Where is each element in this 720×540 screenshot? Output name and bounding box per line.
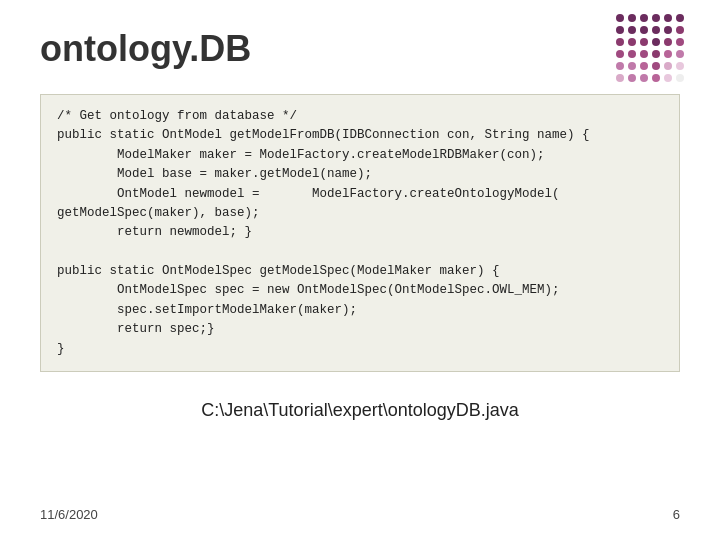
svg-point-11 [652, 38, 660, 46]
svg-point-5 [628, 26, 636, 34]
svg-point-27 [676, 26, 684, 34]
svg-point-4 [616, 26, 624, 34]
svg-point-9 [628, 38, 636, 46]
svg-point-30 [664, 50, 672, 58]
decorative-dots [610, 10, 700, 90]
file-path: C:\Jena\Tutorial\expert\ontologyDB.java [0, 400, 720, 421]
svg-point-12 [616, 50, 624, 58]
svg-point-32 [664, 62, 672, 70]
svg-point-7 [652, 26, 660, 34]
svg-point-3 [652, 14, 660, 22]
footer-date: 11/6/2020 [40, 507, 98, 522]
svg-point-25 [676, 14, 684, 22]
svg-point-28 [664, 38, 672, 46]
svg-point-15 [652, 50, 660, 58]
svg-point-19 [652, 62, 660, 70]
svg-point-16 [616, 62, 624, 70]
svg-point-31 [676, 50, 684, 58]
code-block: /* Get ontology from database */ public … [40, 94, 680, 372]
svg-point-14 [640, 50, 648, 58]
svg-point-6 [640, 26, 648, 34]
slide: ontology.DB /* Get ontology from databas… [0, 0, 720, 540]
svg-point-21 [628, 74, 636, 82]
svg-point-29 [676, 38, 684, 46]
svg-point-22 [640, 74, 648, 82]
svg-point-35 [676, 74, 684, 82]
svg-point-18 [640, 62, 648, 70]
svg-point-2 [640, 14, 648, 22]
svg-point-17 [628, 62, 636, 70]
svg-point-26 [664, 26, 672, 34]
svg-point-0 [616, 14, 624, 22]
svg-point-8 [616, 38, 624, 46]
svg-point-34 [664, 74, 672, 82]
svg-point-24 [664, 14, 672, 22]
svg-point-10 [640, 38, 648, 46]
svg-point-33 [676, 62, 684, 70]
svg-point-20 [616, 74, 624, 82]
svg-point-13 [628, 50, 636, 58]
footer-page: 6 [673, 507, 680, 522]
svg-point-1 [628, 14, 636, 22]
svg-point-23 [652, 74, 660, 82]
